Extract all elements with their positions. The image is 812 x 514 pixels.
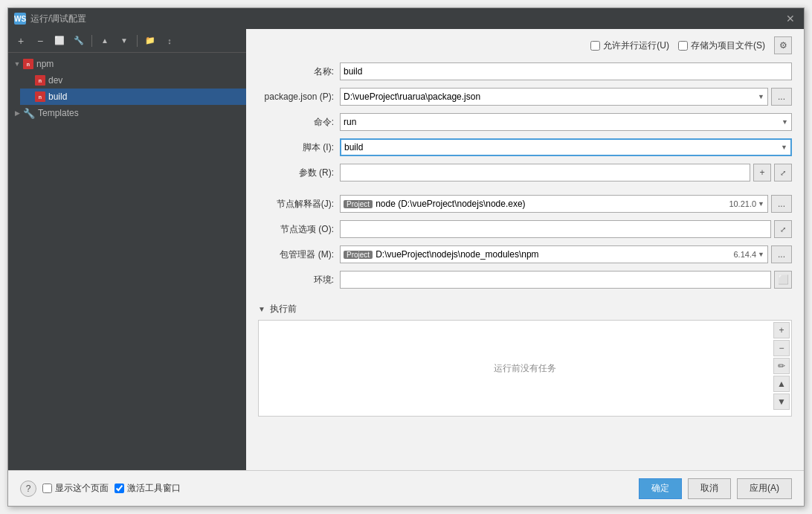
pretask-add-button[interactable]: +	[773, 322, 790, 338]
divider-1	[258, 188, 792, 194]
allow-parallel-checkbox[interactable]	[590, 41, 600, 51]
package-manager-field[interactable]: Project D:\vueProject\nodejs\node_module…	[340, 245, 768, 263]
help-button[interactable]: ?	[20, 481, 36, 497]
pretask-edit-button[interactable]: ✏	[773, 358, 790, 374]
cancel-button[interactable]: 取消	[688, 478, 731, 499]
command-row: 命令: run ▼	[258, 112, 792, 132]
params-label: 参数 (R):	[258, 167, 340, 179]
params-row: 参数 (R): + ⤢	[258, 163, 792, 182]
params-expand-button[interactable]: ⤢	[774, 164, 792, 181]
package-manager-content: Project D:\vueProject\nodejs\node_module…	[344, 249, 730, 260]
pretask-section-header: ▼ 执行前	[258, 303, 792, 315]
package-json-browse-button[interactable]: ...	[771, 88, 792, 106]
tree-item-dev-label: dev	[48, 75, 62, 86]
command-value: run	[344, 117, 356, 127]
pretask-move-up-button[interactable]: ▲	[773, 376, 790, 392]
confirm-button[interactable]: 确定	[639, 478, 682, 499]
params-input[interactable]	[340, 164, 750, 181]
tree-item-templates-label: Templates	[38, 108, 79, 118]
node-options-label: 节点选项 (O):	[258, 223, 340, 236]
params-add-button[interactable]: +	[753, 164, 771, 181]
sort-button[interactable]: ↕	[161, 33, 178, 49]
package-manager-control: Project D:\vueProject\nodejs\node_module…	[340, 245, 792, 263]
name-control	[340, 62, 792, 80]
move-down-button[interactable]: ▼	[116, 33, 132, 49]
run-debug-config-dialog: WS 运行/调试配置 ✕ + − ⬜ 🔧 ▲ ▼ 📁 ↕	[7, 7, 805, 507]
settings-config-button[interactable]: 🔧	[71, 33, 87, 49]
pretask-remove-button[interactable]: −	[773, 340, 790, 356]
node-interpreter-right: 10.21.0 ▼	[726, 199, 764, 208]
tree-item-dev[interactable]: ▶ n dev	[20, 72, 246, 89]
package-json-control: D:\vueProject\ruarua\package.json ▼ ...	[340, 88, 792, 106]
tree-item-templates[interactable]: ▶ 🔧 Templates	[8, 105, 246, 121]
script-row: 脚本 (I): build ▼	[258, 138, 792, 157]
node-interpreter-label: 节点解释器(J):	[258, 198, 340, 211]
right-panel: 允许并行运行(U) 存储为项目文件(S) ⚙ 名称: package.json …	[246, 29, 804, 470]
tree-item-build[interactable]: ▶ n build	[20, 89, 246, 105]
apply-button[interactable]: 应用(A)	[737, 478, 792, 499]
env-label: 环境:	[258, 274, 340, 286]
node-interpreter-row: 节点解释器(J): Project node (D:\vueProject\no…	[258, 194, 792, 213]
command-control: run ▼	[340, 113, 792, 131]
pretask-move-down-button[interactable]: ▼	[773, 393, 790, 410]
save-to-project-checkbox-label[interactable]: 存储为项目文件(S)	[678, 36, 765, 54]
package-json-label: package.json (P):	[258, 91, 340, 102]
app-icon: WS	[14, 13, 26, 25]
package-manager-label: 包管理器 (M):	[258, 248, 340, 261]
activate-tool-checkbox-label[interactable]: 激活工具窗口	[115, 482, 181, 495]
node-interpreter-browse-button[interactable]: ...	[771, 195, 792, 213]
node-version: 10.21.0	[729, 199, 756, 208]
name-input[interactable]	[340, 62, 792, 80]
tree-item-build-label: build	[48, 91, 67, 102]
pretask-area: 运行前没有任务 + − ✏ ▲ ▼	[258, 320, 792, 417]
pretask-collapse-arrow[interactable]: ▼	[258, 305, 265, 313]
allow-parallel-checkbox-label[interactable]: 允许并行运行(U)	[590, 36, 669, 54]
node-options-row: 节点选项 (O): ⤢	[258, 219, 792, 239]
build-npm-icon: n	[35, 91, 45, 102]
command-combo[interactable]: run ▼	[340, 113, 792, 131]
script-combo[interactable]: build ▼	[340, 138, 792, 156]
node-interpreter-field[interactable]: Project node (D:\vueProject\nodejs\node.…	[340, 195, 768, 213]
node-project-badge: Project	[344, 200, 373, 208]
script-arrow: ▼	[781, 144, 787, 151]
bottom-right: 确定 取消 应用(A)	[639, 478, 792, 499]
package-json-row: package.json (P): D:\vueProject\ruarua\p…	[258, 87, 792, 106]
package-manager-right: 6.14.4 ▼	[730, 250, 764, 259]
tree-item-npm-label: npm	[36, 59, 54, 69]
activate-tool-label: 激活工具窗口	[127, 482, 181, 495]
save-to-project-checkbox[interactable]	[678, 41, 688, 51]
separator-2	[137, 35, 138, 47]
show-page-checkbox-label[interactable]: 显示这个页面	[42, 482, 109, 495]
templates-expand-arrow: ▶	[13, 109, 22, 118]
allow-parallel-label: 允许并行运行(U)	[603, 39, 669, 52]
npm-expand-arrow: ▼	[13, 60, 22, 68]
settings-button[interactable]: ⚙	[774, 36, 792, 54]
node-interpreter-control: Project node (D:\vueProject\nodejs\node.…	[340, 195, 792, 213]
move-up-button[interactable]: ▲	[97, 33, 113, 49]
pretask-label: 执行前	[270, 303, 297, 315]
remove-config-button[interactable]: −	[32, 33, 48, 49]
pretask-toolbar: + − ✏ ▲ ▼	[772, 321, 791, 411]
close-button[interactable]: ✕	[783, 11, 798, 26]
package-manager-browse-button[interactable]: ...	[771, 245, 792, 263]
folder-button[interactable]: 📁	[142, 33, 158, 49]
name-label: 名称:	[258, 65, 340, 78]
activate-tool-checkbox[interactable]	[115, 484, 124, 493]
show-page-label: 显示这个页面	[55, 482, 109, 495]
pretask-container: 运行前没有任务 + − ✏ ▲ ▼	[258, 320, 792, 463]
left-toolbar: + − ⬜ 🔧 ▲ ▼ 📁 ↕	[8, 29, 246, 53]
env-row: 环境: ⬜	[258, 270, 792, 289]
node-options-input[interactable]	[340, 220, 771, 238]
bottom-bar: ? 显示这个页面 激活工具窗口 确定 取消 应用(A)	[8, 470, 804, 506]
copy-config-button[interactable]: ⬜	[51, 33, 68, 49]
package-json-combo[interactable]: D:\vueProject\ruarua\package.json ▼	[340, 88, 768, 106]
env-input[interactable]	[340, 271, 771, 289]
env-edit-button[interactable]: ⬜	[774, 271, 792, 289]
show-page-checkbox[interactable]	[42, 484, 52, 493]
node-interpreter-path: node (D:\vueProject\nodejs\node.exe)	[376, 199, 525, 209]
node-interpreter-content: Project node (D:\vueProject\nodejs\node.…	[344, 199, 726, 209]
script-label: 脚本 (I):	[258, 141, 340, 154]
node-options-expand-button[interactable]: ⤢	[774, 220, 792, 238]
tree-item-npm[interactable]: ▼ n npm	[8, 56, 246, 72]
add-config-button[interactable]: +	[13, 33, 29, 49]
